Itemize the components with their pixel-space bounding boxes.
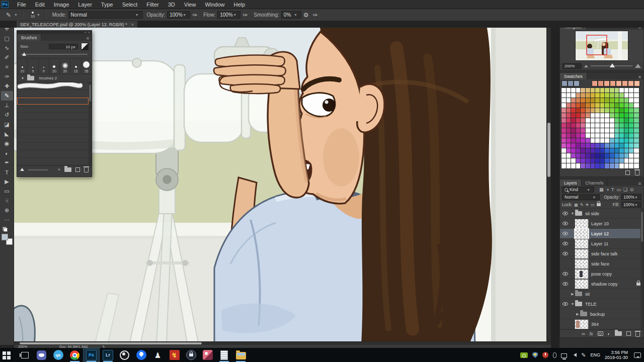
mode-select[interactable]: Normal ▼	[68, 11, 143, 19]
panel-menu-icon[interactable]: ≡	[87, 36, 92, 41]
swatch-cell[interactable]	[624, 103, 629, 108]
swatch-cell[interactable]	[576, 123, 581, 128]
swatch-cell[interactable]	[586, 133, 591, 138]
swatch-cell[interactable]	[571, 153, 576, 158]
swatch-cell[interactable]	[561, 158, 567, 163]
swatch-cell[interactable]	[591, 103, 596, 108]
swatch-cell[interactable]	[591, 158, 596, 163]
swatch-cell[interactable]	[561, 123, 567, 128]
swatch-cell[interactable]	[615, 158, 620, 163]
brush-size-field[interactable]: 10 px	[49, 44, 78, 49]
eraser-tool[interactable]: ◪	[1, 120, 13, 129]
swatch-cell[interactable]	[629, 113, 634, 118]
swatch-cell[interactable]	[581, 123, 586, 128]
swatch-cell[interactable]	[610, 93, 615, 98]
gear-icon[interactable]: ⚙	[303, 12, 309, 19]
swatch-cell[interactable]	[615, 163, 620, 168]
swatch-cell[interactable]	[571, 128, 576, 133]
swatch-cell[interactable]	[576, 98, 581, 103]
close-icon[interactable]: ×	[131, 22, 134, 27]
swatch-cell[interactable]	[586, 103, 591, 108]
brush-preset[interactable]: 10	[17, 59, 28, 74]
swatch-cell[interactable]	[605, 88, 610, 93]
brush-stroke-item[interactable]	[17, 135, 89, 143]
swatch-cell[interactable]	[571, 143, 576, 148]
swatch-cell[interactable]	[629, 118, 634, 123]
menu-filter[interactable]: Filter	[142, 0, 163, 9]
panel-menu-icon[interactable]: ≡	[638, 74, 643, 79]
brush-stroke-item[interactable]	[17, 90, 89, 98]
navigator-zoom-slider[interactable]	[591, 65, 632, 66]
swatch-cell[interactable]	[615, 123, 620, 128]
brush-stroke-item[interactable]	[17, 150, 89, 158]
quick-selection-tool[interactable]: ✐	[1, 53, 13, 62]
swatch-cell[interactable]	[561, 108, 567, 113]
swatch-cell[interactable]	[628, 81, 633, 86]
swatch-cell[interactable]	[581, 88, 586, 93]
menu-edit[interactable]: Edit	[31, 0, 49, 9]
swatch-cell[interactable]	[610, 113, 615, 118]
pen-tray-icon[interactable]: ✎	[581, 352, 586, 358]
document-tab[interactable]: SEX_TELESCOPE.psd @ 200% (Layer 12, RGB/…	[17, 21, 138, 28]
blend-mode-select[interactable]: Normal ▼	[562, 194, 600, 200]
swatch-cell[interactable]	[595, 138, 600, 143]
healing-brush-tool[interactable]: ✚	[1, 81, 13, 91]
swatch-cell[interactable]	[610, 158, 615, 163]
history-brush-tool[interactable]: ↺	[1, 110, 13, 120]
visibility-toggle[interactable]	[560, 222, 570, 225]
swatch-cell[interactable]	[615, 148, 620, 153]
swatch-cell[interactable]	[600, 128, 605, 133]
swatch-cell[interactable]	[634, 158, 639, 163]
menu-file[interactable]: File	[13, 0, 31, 9]
swatch-cell[interactable]	[634, 93, 639, 98]
flow-select[interactable]: 100% ▼	[217, 11, 240, 19]
blur-tool[interactable]: ◉	[1, 139, 13, 148]
brush-stroke-item[interactable]	[17, 113, 89, 120]
brush-tool[interactable]: ✎	[1, 91, 13, 101]
swatch-cell[interactable]	[600, 93, 605, 98]
swatch-cell[interactable]	[567, 133, 572, 138]
swatch-cell[interactable]	[624, 118, 629, 123]
swatch-cell[interactable]	[600, 138, 605, 143]
swatch-cell[interactable]	[581, 108, 586, 113]
swatch-cell[interactable]	[610, 108, 615, 113]
swatch-cell[interactable]	[605, 113, 610, 118]
menu-3d[interactable]: 3D	[164, 0, 180, 9]
layer-thumbnail[interactable]	[575, 269, 588, 279]
swatch-cell[interactable]	[600, 88, 605, 93]
swatch-cell[interactable]	[610, 88, 615, 93]
swatch-cell[interactable]	[615, 118, 620, 123]
collapse-panel-icon[interactable]: «	[85, 31, 87, 34]
swatch-cell[interactable]	[581, 93, 586, 98]
swatch-cell[interactable]	[610, 143, 615, 148]
swatch-cell[interactable]	[605, 118, 610, 123]
swatch-cell[interactable]	[591, 143, 596, 148]
swatch-cell[interactable]	[567, 148, 572, 153]
new-group-icon[interactable]	[615, 331, 622, 336]
brush-preset[interactable]: 35	[82, 59, 92, 74]
swatch-cell[interactable]	[576, 148, 581, 153]
layer-thumbnail[interactable]	[575, 280, 588, 289]
brush-stroke-item[interactable]	[17, 120, 89, 128]
swatch-cell[interactable]	[586, 93, 591, 98]
swatch-cell[interactable]	[624, 143, 629, 148]
taskbar-task-view[interactable]	[17, 348, 33, 362]
swatch-cell[interactable]	[591, 123, 596, 128]
swatch-cell[interactable]	[561, 98, 567, 103]
clock-tray-icon[interactable]	[542, 352, 548, 358]
clone-stamp-tool[interactable]: ⊥	[1, 101, 13, 110]
network-tray-icon[interactable]	[561, 353, 567, 358]
swatch-cell[interactable]	[629, 153, 634, 158]
swatch-cell[interactable]	[576, 113, 581, 118]
swatch-cell[interactable]	[586, 108, 591, 113]
swatch-cell[interactable]	[624, 153, 629, 158]
taskbar-photoshop[interactable]: Ps	[83, 348, 100, 362]
pin-filter-icon[interactable]: ⊙	[630, 187, 634, 192]
swatch-cell[interactable]	[595, 98, 600, 103]
taskbar-obs[interactable]	[116, 348, 133, 362]
adjustment-layer-icon[interactable]: ◐	[608, 331, 610, 336]
swatch-cell[interactable]	[629, 123, 634, 128]
visibility-toggle[interactable]	[560, 282, 570, 286]
swatch-cell[interactable]	[567, 103, 572, 108]
swatch-cell[interactable]	[605, 148, 610, 153]
